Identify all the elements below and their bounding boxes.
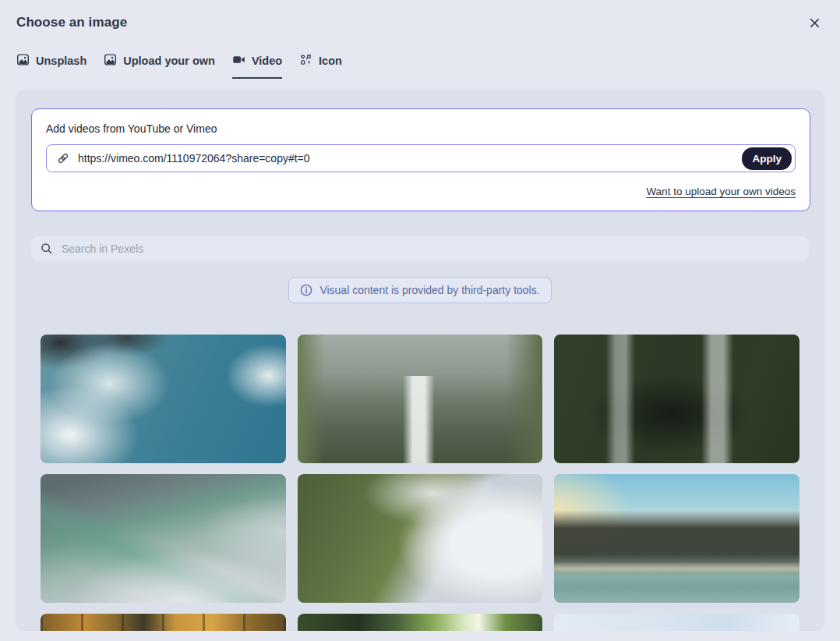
video-thumbnail-horseshoe-falls[interactable] (41, 474, 286, 603)
video-tab-panel: Add videos from YouTube or Vimeo Apply W… (16, 90, 824, 631)
apply-button[interactable]: Apply (742, 147, 792, 170)
video-url-input-row: Apply (46, 144, 796, 172)
close-icon[interactable] (807, 16, 821, 30)
dialog-header: Choose an image (0, 0, 840, 30)
info-icon (300, 284, 312, 296)
video-camera-icon (232, 53, 245, 69)
link-icon (56, 151, 70, 165)
video-thumbnail-ocean-aerial[interactable] (41, 335, 286, 463)
video-thumbnail-forest-waterfall[interactable] (298, 335, 543, 463)
shapes-icon (299, 53, 312, 69)
tab-upload-your-own[interactable]: Upload your own (104, 53, 215, 79)
video-thumbnail-pale-sky[interactable] (554, 614, 799, 631)
video-thumbnail-green-canopy[interactable] (298, 614, 543, 631)
video-thumbnail-jungle-twin-falls[interactable] (554, 335, 799, 463)
tab-unsplash[interactable]: Unsplash (16, 53, 86, 79)
tab-label: Upload your own (123, 55, 215, 67)
add-videos-card: Add videos from YouTube or Vimeo Apply W… (31, 108, 810, 211)
tab-icon[interactable]: Icon (299, 53, 342, 79)
notice-wrap: Visual content is provided by third-part… (16, 277, 824, 303)
video-thumbnail-coast-sunset[interactable] (554, 474, 799, 603)
image-icon (104, 53, 117, 69)
tab-bar: Unsplash Upload your own Video (0, 53, 840, 79)
notice-text: Visual content is provided by third-part… (319, 284, 539, 296)
upload-link-row: Want to upload your own videos (46, 184, 796, 198)
tab-video[interactable]: Video (232, 53, 282, 79)
video-thumbnail-autumn-forest[interactable] (41, 614, 286, 631)
search-bar[interactable] (31, 236, 809, 261)
third-party-notice: Visual content is provided by third-part… (288, 277, 551, 303)
search-input[interactable] (62, 243, 799, 255)
tab-label: Unsplash (36, 55, 86, 67)
tab-label: Icon (319, 55, 342, 67)
add-videos-label: Add videos from YouTube or Vimeo (46, 122, 796, 135)
search-icon (41, 243, 53, 255)
upload-own-videos-link[interactable]: Want to upload your own videos (646, 186, 796, 197)
dialog-title: Choose an image (16, 15, 821, 30)
video-thumbnail-ridge-clouds[interactable] (298, 474, 543, 603)
tab-label: Video (252, 55, 282, 67)
image-icon (16, 53, 30, 69)
video-url-input[interactable] (78, 152, 742, 165)
video-results-grid (41, 335, 799, 631)
